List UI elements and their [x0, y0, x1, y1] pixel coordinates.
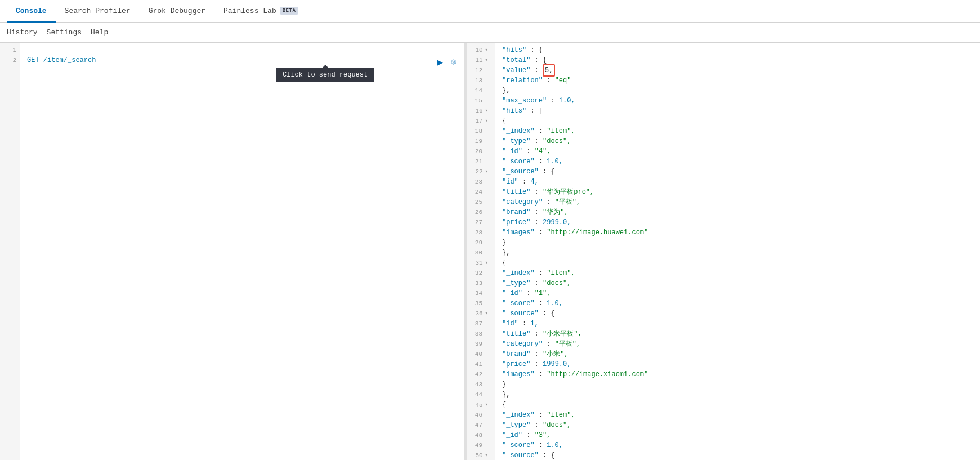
output-code-line: "total" : {: [502, 55, 980, 65]
output-line-num: 24: [467, 187, 491, 197]
http-method: GET: [27, 55, 39, 65]
collapse-button[interactable]: ▾: [484, 45, 489, 55]
wrench-button[interactable]: ⚛: [448, 56, 459, 68]
output-code-line: "category" : "平板",: [502, 339, 980, 349]
main-area: Click to send request 1 2 GET /item/_sea…: [0, 43, 980, 460]
collapse-button[interactable]: ▾: [484, 400, 489, 410]
output-code-line: "_index" : "item",: [502, 410, 980, 420]
top-nav: Console Search Profiler Grok Debugger Pa…: [0, 0, 980, 23]
output-code-line: "_type" : "docs",: [502, 136, 980, 146]
collapse-button[interactable]: ▾: [484, 55, 489, 65]
output-line-num: 18: [467, 126, 491, 136]
output-code-line: {: [502, 258, 980, 268]
output-code-line: "title" : "小米平板",: [502, 329, 980, 339]
output-code: "hits" : { "total" : { "value" : 5, "rel…: [495, 43, 980, 460]
output-code-line: "price" : 2999.0,: [502, 217, 980, 227]
output-line-num: 14: [467, 86, 491, 96]
output-line-num: 26: [467, 207, 491, 217]
output-line-num: 25: [467, 197, 491, 207]
collapse-button[interactable]: ▾: [484, 106, 489, 116]
output-code-line: "hits" : {: [502, 45, 980, 55]
settings-link[interactable]: Settings: [47, 28, 82, 37]
output-code-line: "_id" : "4",: [502, 146, 980, 157]
output-code-line: },: [502, 86, 980, 96]
output-line-num: 38: [467, 329, 491, 339]
output-line-num: 27: [467, 217, 491, 227]
output-code-line: "category" : "平板",: [502, 197, 980, 207]
output-code-line: "_score" : 1.0,: [502, 157, 980, 167]
output-line-num: 40: [467, 349, 491, 359]
output-line-num: 50▾: [467, 450, 491, 460]
output-line-num: 42: [467, 369, 491, 379]
code-editor[interactable]: GET /item/_search ▶ ⚛: [20, 43, 464, 460]
line-num-2: 2: [0, 55, 16, 65]
output-line-num: 46: [467, 410, 491, 420]
output-code-line: "max_score" : 1.0,: [502, 96, 980, 106]
output-line-num: 19: [467, 136, 491, 146]
output-code-line: "title" : "华为平板pro",: [502, 187, 980, 197]
output-code-line: "id" : 4,: [502, 177, 980, 187]
collapse-button[interactable]: ▾: [484, 258, 489, 268]
output-code-line: "_type" : "docs",: [502, 420, 980, 430]
output-line-num: 22▾: [467, 167, 491, 177]
output-code-line: "price" : 1999.0,: [502, 359, 980, 369]
output-code-line: }: [502, 238, 980, 248]
output-code-line: "_index" : "item",: [502, 268, 980, 278]
collapse-button[interactable]: ▾: [484, 167, 489, 177]
secondary-nav: History Settings Help: [0, 23, 980, 43]
output-line-num: 13: [467, 75, 491, 86]
output-line-num: 30: [467, 248, 491, 258]
output-line-num: 20: [467, 146, 491, 157]
output-code-line: "_score" : 1.0,: [502, 298, 980, 309]
output-line-num: 16▾: [467, 106, 491, 116]
output-code-line: "_id" : "3",: [502, 430, 980, 440]
history-link[interactable]: History: [7, 28, 38, 37]
output-code-line: },: [502, 248, 980, 258]
output-line-num: 49: [467, 440, 491, 450]
output-code-line: "id" : 1,: [502, 319, 980, 329]
tab-grok-debugger[interactable]: Grok Debugger: [140, 0, 214, 23]
output-line-num: 11▾: [467, 55, 491, 65]
line-actions: ▶ ⚛: [435, 56, 459, 68]
tab-search-profiler[interactable]: Search Profiler: [56, 0, 140, 23]
help-link[interactable]: Help: [91, 28, 108, 37]
output-line-num: 23: [467, 177, 491, 187]
output-code-line: "value" : 5,: [502, 65, 980, 75]
output-line-num: 35: [467, 298, 491, 309]
output-line-num: 48: [467, 430, 491, 440]
editor-line-2: GET /item/_search ▶ ⚛: [27, 55, 464, 65]
output-line-num: 33: [467, 278, 491, 288]
output-line-num: 45▾: [467, 400, 491, 410]
run-button[interactable]: ▶: [435, 56, 446, 68]
output-line-num: 44: [467, 390, 491, 400]
output-code-line: "_source" : {: [502, 450, 980, 460]
collapse-button[interactable]: ▾: [484, 450, 489, 460]
output-code-line: "brand" : "小米",: [502, 349, 980, 359]
tab-painless-lab[interactable]: Painless Lab BETA: [214, 0, 307, 23]
output-line-num: 29: [467, 238, 491, 248]
output-code-line: "_id" : "1",: [502, 288, 980, 298]
output-panel[interactable]: 10▾11▾1213141516▾17▾1819202122▾232425262…: [467, 43, 980, 460]
output-code-line: {: [502, 116, 980, 126]
output-line-num: 28: [467, 227, 491, 238]
output-code-line: "images" : "http://image.huawei.com": [502, 227, 980, 238]
output-code-line: "_source" : {: [502, 309, 980, 319]
request-path: /item/_search: [43, 55, 96, 65]
output-code-line: "relation" : "eq": [502, 75, 980, 86]
editor-content: 1 2 GET /item/_search ▶ ⚛: [0, 43, 464, 460]
output-line-num: 43: [467, 379, 491, 390]
beta-badge: BETA: [280, 7, 299, 15]
output-line-numbers: 10▾11▾1213141516▾17▾1819202122▾232425262…: [467, 43, 495, 460]
tab-console[interactable]: Console: [7, 0, 56, 23]
output-content: 10▾11▾1213141516▾17▾1819202122▾232425262…: [467, 43, 980, 460]
output-line-num: 47: [467, 420, 491, 430]
editor-panel: Click to send request 1 2 GET /item/_sea…: [0, 43, 464, 460]
collapse-button[interactable]: ▾: [484, 309, 489, 319]
output-code-line: "_index" : "item",: [502, 126, 980, 136]
output-code-line: "_type" : "docs",: [502, 278, 980, 288]
output-code-line: "images" : "http://image.xiaomi.com": [502, 369, 980, 379]
output-code-line: "brand" : "华为",: [502, 207, 980, 217]
editor-line-numbers: 1 2: [0, 43, 20, 460]
output-line-num: 39: [467, 339, 491, 349]
collapse-button[interactable]: ▾: [484, 116, 489, 126]
